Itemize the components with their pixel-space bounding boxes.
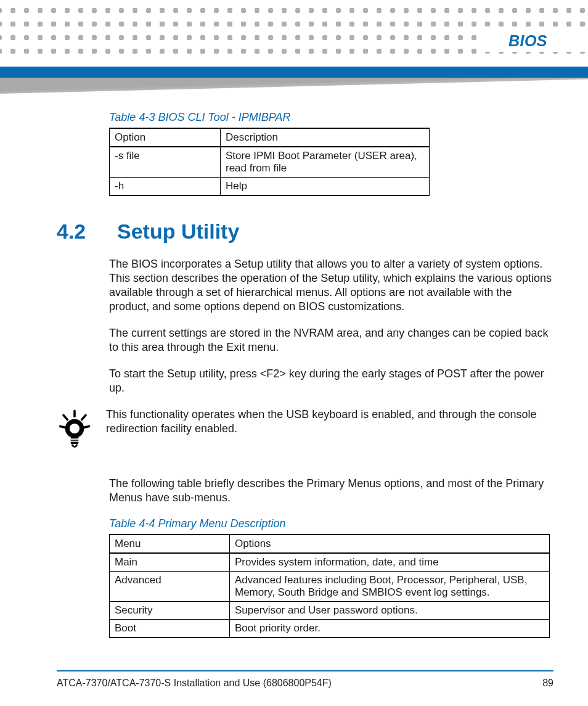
chapter-title: BIOS [500, 32, 553, 50]
svg-line-5 [60, 427, 65, 428]
table-row: -s file Store IPMI Boot Parameter (USER … [110, 147, 430, 178]
page-number: 89 [542, 678, 553, 689]
table-cell: Boot priority order. [230, 620, 550, 638]
table-cell: Help [221, 178, 430, 196]
table-row: Security Supervisor and User password op… [110, 602, 550, 620]
table-4-4: Menu Options Main Provides system inform… [109, 534, 550, 638]
footer-doc-title: ATCA-7370/ATCA-7370-S Installation and U… [57, 678, 332, 689]
table-header-cell: Options [230, 535, 550, 553]
header-blue-bar [0, 67, 588, 78]
svg-line-6 [84, 427, 89, 428]
table-cell: -h [110, 178, 221, 196]
header-grey-wedge [0, 78, 588, 94]
paragraph: The current settings are stored in the N… [109, 326, 553, 355]
table-cell: Provides system information, date, and t… [230, 553, 550, 572]
table-cell: Boot [110, 620, 230, 638]
svg-point-1 [70, 424, 80, 433]
tip-text: This functionality operates when the USB… [106, 408, 553, 436]
table-caption-4-3: Table 4-3 BIOS CLI Tool - IPMIBPAR [109, 111, 553, 124]
table-cell: -s file [110, 147, 221, 178]
tip-block: This functionality operates when the USB… [57, 408, 553, 453]
paragraph: To start the Setup utility, press <F2> k… [109, 367, 553, 395]
table-header-cell: Description [221, 128, 430, 147]
table-cell: Advanced [110, 572, 230, 602]
table-4-3: Option Description -s file Store IPMI Bo… [109, 128, 430, 196]
table-row: -h Help [110, 178, 430, 196]
table-header-cell: Menu [110, 535, 230, 553]
svg-line-4 [82, 416, 86, 420]
table-header-cell: Option [110, 128, 221, 147]
table-row: Main Provides system information, date, … [110, 553, 550, 572]
table-cell: Advanced features including Boot, Proces… [230, 572, 550, 602]
section-title: Setup Utility [117, 220, 239, 244]
lightbulb-icon [57, 406, 92, 453]
svg-rect-7 [71, 437, 79, 445]
svg-line-3 [63, 416, 67, 420]
table-header-row: Menu Options [110, 535, 550, 553]
table-cell: Main [110, 553, 230, 572]
section-heading: 4.2 Setup Utility [57, 220, 553, 244]
table-cell: Security [110, 602, 230, 620]
table-row: Advanced Advanced features including Boo… [110, 572, 550, 602]
page-content: Table 4-3 BIOS CLI Tool - IPMIBPAR Optio… [57, 111, 553, 657]
table-row: Boot Boot priority order. [110, 620, 550, 638]
table-cell: Supervisor and User password options. [230, 602, 550, 620]
table-caption-4-4: Table 4-4 Primary Menu Description [109, 517, 553, 530]
table-header-row: Option Description [110, 128, 430, 147]
paragraph: The following table briefly describes th… [109, 477, 553, 505]
section-number: 4.2 [57, 220, 88, 244]
page-footer: ATCA-7370/ATCA-7370-S Installation and U… [57, 670, 553, 689]
paragraph: The BIOS incorporates a Setup utility th… [109, 257, 553, 314]
footer-rule [57, 670, 553, 671]
table-cell: Store IPMI Boot Parameter (USER area), r… [221, 147, 430, 178]
